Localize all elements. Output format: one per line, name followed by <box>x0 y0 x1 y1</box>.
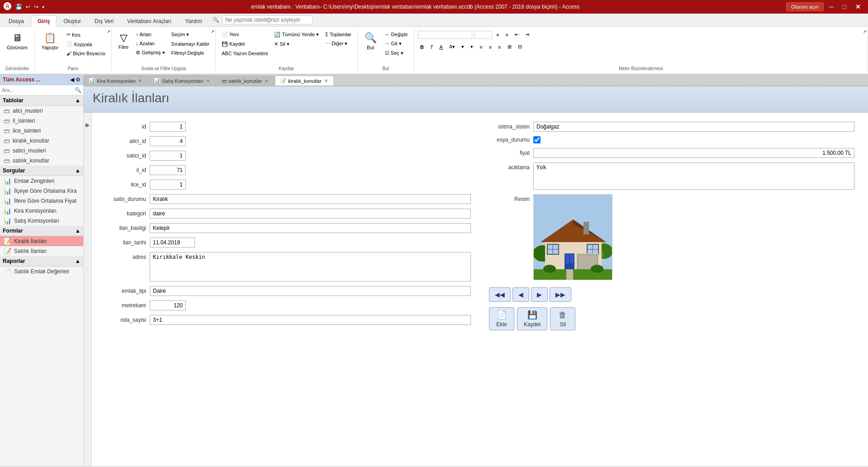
isitma-input[interactable]: Doğalgaz <box>533 122 854 132</box>
indent-icon[interactable]: ⇤ <box>512 30 521 39</box>
section-formlar[interactable]: Formlar ▲ <box>0 226 83 236</box>
fiyat-input[interactable]: 1.500,00 TL <box>533 148 854 158</box>
yazim-denetimi-button[interactable]: ABC Yazım Denetimi <box>219 49 270 57</box>
table-button[interactable]: ⊟ <box>516 43 524 51</box>
kira-komisyon-tab-close[interactable]: ✕ <box>138 78 143 83</box>
azalan-button[interactable]: ↓ Azalan <box>133 39 167 48</box>
sec-button[interactable]: ☑ Seç ▾ <box>383 49 410 57</box>
oda-sayisi-input[interactable]: 3+1 <box>150 315 471 325</box>
tab-dis-veri[interactable]: Dış Veri <box>88 15 120 27</box>
align-center-button[interactable]: ≡ <box>487 43 494 51</box>
satis-komisyon-tab-close[interactable]: ✕ <box>205 78 211 83</box>
list-icon[interactable]: ≡ <box>494 31 501 39</box>
text-expand-icon[interactable]: ↗ <box>863 29 867 34</box>
section-raporlar[interactable]: Raporlar ▲ <box>0 256 83 267</box>
ilan-basligi-input[interactable]: Kelepir <box>150 223 471 233</box>
bul-button[interactable]: 🔍 Bul <box>361 30 380 52</box>
ilce-id-input[interactable]: 1 <box>150 180 186 190</box>
first-record-button[interactable]: ◀◀ <box>489 287 511 302</box>
ribbon-search-input[interactable] <box>222 15 313 24</box>
prev-record-button[interactable]: ◀ <box>512 287 529 302</box>
sidebar-item-illere-gore[interactable]: 📊 İllere Göre Ortalama Fiyat <box>0 196 83 206</box>
section-sorgular[interactable]: Sorgular ▲ <box>0 166 83 176</box>
toplamlar-button[interactable]: Σ Toplamlar <box>323 30 354 38</box>
tab-veritabani[interactable]: Veritabanı Araçları <box>120 15 178 27</box>
ilan-tarihi-input[interactable]: 11.04.2019 <box>150 238 195 248</box>
align-left-button[interactable]: ≡ <box>477 43 484 51</box>
kiralik-konutlar-tab-close[interactable]: ✕ <box>323 78 329 83</box>
artan-button[interactable]: ↑ Artan <box>133 30 167 38</box>
paste-button[interactable]: 📋 Yapıştır <box>38 30 62 52</box>
doc-tab-kiralik-konutlar[interactable]: 📝 kiralık_konutlar ✕ <box>275 76 334 86</box>
esya-durumu-checkbox[interactable] <box>533 136 541 143</box>
outdent-icon[interactable]: ⇥ <box>523 30 531 39</box>
git-button[interactable]: → Git ▾ <box>383 39 410 48</box>
satici-id-input[interactable]: 1 <box>150 151 186 161</box>
quick-save-icon[interactable]: 💾 <box>15 4 22 10</box>
doc-tab-satis-komisyon[interactable]: 📊 Satış Komisyonları ✕ <box>149 76 216 86</box>
section-tablolar[interactable]: Tablolar ▲ <box>0 95 83 106</box>
siralamyi-kaldir-button[interactable]: Sıralamayı Kaldır <box>169 40 212 48</box>
il-id-input[interactable]: 71 <box>150 165 186 175</box>
sidebar-options-button[interactable]: ◀ ⚙ <box>70 76 81 83</box>
sidebar-item-alici-musteri[interactable]: 🗃 alici_musteri <box>0 106 83 116</box>
sidebar-item-satis-komisyon[interactable]: 📊 Satış Komisyonları <box>0 216 83 226</box>
numbered-list-icon[interactable]: ≡ <box>503 31 510 39</box>
sidebar-search-input[interactable] <box>2 87 75 93</box>
degistir-button[interactable]: ↔ Değiştir <box>383 30 410 38</box>
ekle-button[interactable]: 📄 Ekle <box>489 307 514 330</box>
sil-button[interactable]: 🗑 Sil <box>550 307 575 330</box>
sil-ribbon-button[interactable]: ✕ Sil ▾ <box>272 40 321 48</box>
alici-id-input[interactable]: 4 <box>150 136 186 146</box>
satilik-konutlar-tab-close[interactable]: ✕ <box>264 79 269 84</box>
kaydet-button[interactable]: 💾 Kaydet <box>517 307 547 330</box>
doc-tab-kira-komisyon[interactable]: 📊 Kira Komisyonları ✕ <box>84 76 148 86</box>
underline-button[interactable]: A <box>437 43 445 51</box>
diger-button[interactable]: ⋯ Diğer ▾ <box>323 39 354 48</box>
login-button[interactable]: Oturum açın <box>786 2 824 11</box>
sidebar-item-ilce-isimleri[interactable]: 🗃 ilce_isimleri <box>0 126 83 136</box>
sidebar-item-satilik-emlak[interactable]: 📄 Satılık Emlak Değerleri <box>0 267 83 276</box>
view-button[interactable]: 🖥 Görünüm <box>4 30 31 52</box>
id-input[interactable]: 1 <box>150 122 186 132</box>
yeni-kayit-button[interactable]: 📄 Yeni <box>219 30 270 39</box>
aciklama-input[interactable]: Yok <box>533 162 854 190</box>
sidebar-item-satilik-konutlar[interactable]: 🗃 satılık_konutlar <box>0 156 83 166</box>
shading-button[interactable]: ▾ <box>468 43 475 51</box>
maximize-button[interactable]: □ <box>839 2 850 11</box>
sidebar-item-satilik-ilanlar[interactable]: 📝 Satılık İlanları <box>0 246 83 256</box>
italic-button[interactable]: T <box>428 43 436 51</box>
sidebar-item-kiralik-ilanlar[interactable]: 📝 Kiralık İlanları <box>0 236 83 246</box>
font-size-input[interactable] <box>474 31 492 39</box>
metrekare-input[interactable]: 120 <box>150 300 186 310</box>
undo-icon[interactable]: ↩ <box>26 4 30 10</box>
satis-durumu-input[interactable]: Kiralık <box>150 194 471 204</box>
sidebar-item-kira-komisyon[interactable]: 📊 Kira Komisyonları <box>0 206 83 216</box>
gelismis-button[interactable]: ⚙ Gelişmiş ▾ <box>133 48 167 57</box>
emlak-tipi-input[interactable]: Daire <box>150 286 471 296</box>
last-record-button[interactable]: ▶▶ <box>550 287 571 302</box>
font-color-button[interactable]: A▾ <box>447 43 457 51</box>
kaydet-ribbon-button[interactable]: 💾 Kaydet <box>219 40 270 48</box>
tab-giris[interactable]: Giriş <box>31 15 57 27</box>
bold-button[interactable]: B <box>418 43 426 51</box>
sidebar-item-ilceye-gore[interactable]: 📊 İlçeye Göre Ortalama Kira <box>0 186 83 196</box>
sort-expand-icon[interactable]: ↗ <box>211 29 214 34</box>
copy-button[interactable]: 📄 Kopyala <box>64 40 108 48</box>
close-button[interactable]: ✕ <box>852 2 864 11</box>
sidebar-item-kiralik-konutlar[interactable]: 🗃 kiralık_konutlar <box>0 136 83 146</box>
format-painter-button[interactable]: 🖌 Biçim Boyacısı <box>64 49 108 57</box>
doc-tab-satilik-konutlar[interactable]: 🗃 satılık_konutlar ✕ <box>217 76 274 86</box>
tumunu-yenile-button[interactable]: 🔄 Tümünü Yenile ▾ <box>272 30 321 39</box>
filtreyi-degistir-button[interactable]: Filtreyi Değiştir <box>169 49 212 57</box>
filter-button[interactable]: ▽ Filtre <box>115 30 132 57</box>
sidebar-item-emlak-zenginleri[interactable]: 📊 Emlak Zenginleri <box>0 176 83 186</box>
pano-expand-icon[interactable]: ↗ <box>107 29 110 34</box>
tab-dosya[interactable]: Dosya <box>2 15 31 27</box>
sidebar-item-satici-musteri[interactable]: 🗃 satici_musteri <box>0 146 83 156</box>
redo-icon[interactable]: ↪ <box>34 4 38 10</box>
form-nav-arrow[interactable]: ▶ <box>84 113 92 466</box>
adres-input[interactable]: Kırıkkale Keskin <box>150 252 471 281</box>
kategori-input[interactable]: daire <box>150 209 471 219</box>
cut-button[interactable]: ✂ Kes <box>64 30 108 39</box>
